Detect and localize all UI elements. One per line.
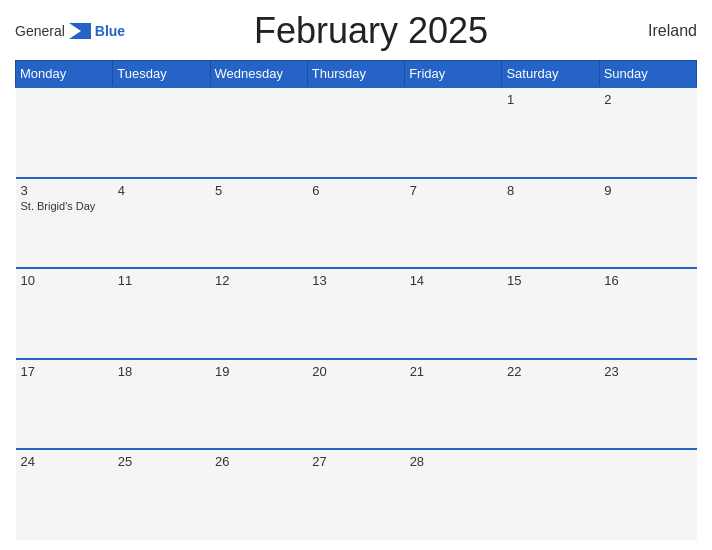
day-cell-12: 12	[210, 268, 307, 359]
day-cell-4: 4	[113, 178, 210, 269]
day-cell-18: 18	[113, 359, 210, 450]
week-row-2: 3 St. Brigid's Day 4 5 6 7 8 9	[16, 178, 697, 269]
day-cell-10: 10	[16, 268, 113, 359]
logo-flag-icon	[69, 23, 91, 39]
empty-cell	[16, 87, 113, 178]
calendar-country: Ireland	[617, 22, 697, 40]
day-cell-15: 15	[502, 268, 599, 359]
calendar-table: Monday Tuesday Wednesday Thursday Friday…	[15, 60, 697, 540]
empty-cell	[502, 449, 599, 540]
day-cell-9: 9	[599, 178, 696, 269]
day-cell-3: 3 St. Brigid's Day	[16, 178, 113, 269]
day-cell-11: 11	[113, 268, 210, 359]
day-cell-1: 1	[502, 87, 599, 178]
week-row-5: 24 25 26 27 28	[16, 449, 697, 540]
day-cell-22: 22	[502, 359, 599, 450]
week-row-1: 1 2	[16, 87, 697, 178]
header-thursday: Thursday	[307, 61, 404, 88]
day-cell-13: 13	[307, 268, 404, 359]
week-row-3: 10 11 12 13 14 15 16	[16, 268, 697, 359]
day-cell-20: 20	[307, 359, 404, 450]
empty-cell	[599, 449, 696, 540]
logo-general: General	[15, 23, 65, 39]
empty-cell	[210, 87, 307, 178]
day-cell-24: 24	[16, 449, 113, 540]
calendar-header: General Blue February 2025 Ireland	[15, 10, 697, 52]
day-cell-23: 23	[599, 359, 696, 450]
day-cell-17: 17	[16, 359, 113, 450]
logo-blue: Blue	[95, 23, 125, 39]
day-cell-25: 25	[113, 449, 210, 540]
header-sunday: Sunday	[599, 61, 696, 88]
logo-area: General Blue	[15, 23, 125, 39]
day-cell-7: 7	[405, 178, 502, 269]
header-wednesday: Wednesday	[210, 61, 307, 88]
day-cell-26: 26	[210, 449, 307, 540]
empty-cell	[405, 87, 502, 178]
header-tuesday: Tuesday	[113, 61, 210, 88]
day-cell-6: 6	[307, 178, 404, 269]
day-cell-2: 2	[599, 87, 696, 178]
calendar-container: General Blue February 2025 Ireland Monda…	[0, 0, 712, 550]
calendar-title: February 2025	[125, 10, 617, 52]
header-monday: Monday	[16, 61, 113, 88]
day-cell-14: 14	[405, 268, 502, 359]
header-friday: Friday	[405, 61, 502, 88]
day-cell-8: 8	[502, 178, 599, 269]
day-cell-21: 21	[405, 359, 502, 450]
weekday-header-row: Monday Tuesday Wednesday Thursday Friday…	[16, 61, 697, 88]
week-row-4: 17 18 19 20 21 22 23	[16, 359, 697, 450]
day-cell-16: 16	[599, 268, 696, 359]
empty-cell	[307, 87, 404, 178]
empty-cell	[113, 87, 210, 178]
header-saturday: Saturday	[502, 61, 599, 88]
day-cell-19: 19	[210, 359, 307, 450]
day-cell-5: 5	[210, 178, 307, 269]
day-cell-27: 27	[307, 449, 404, 540]
day-cell-28: 28	[405, 449, 502, 540]
calendar-body: 1 2 3 St. Brigid's Day 4 5 6 7 8 9 10 11	[16, 87, 697, 540]
